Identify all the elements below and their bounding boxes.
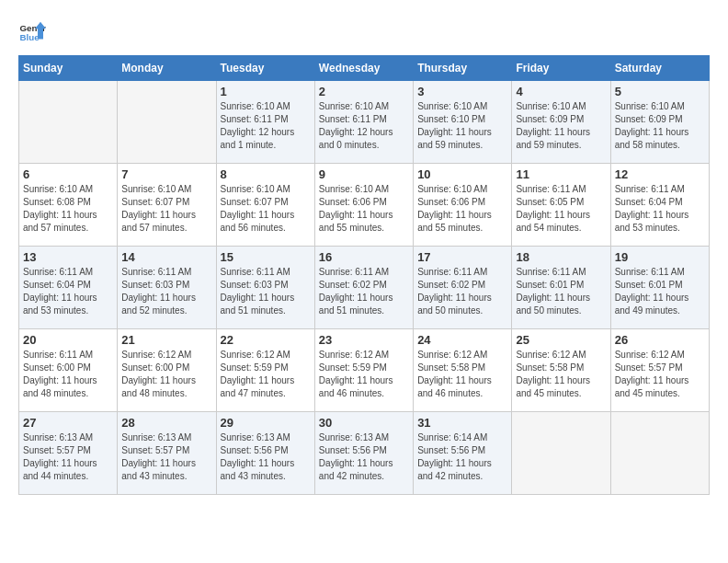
day-detail: Sunrise: 6:11 AM Sunset: 6:01 PM Dayligh… <box>615 266 705 317</box>
day-detail: Sunrise: 6:12 AM Sunset: 5:58 PM Dayligh… <box>417 349 507 400</box>
header-day-saturday: Saturday <box>610 56 709 81</box>
day-detail: Sunrise: 6:11 AM Sunset: 6:03 PM Dayligh… <box>221 266 311 317</box>
day-number: 10 <box>417 167 507 181</box>
day-detail: Sunrise: 6:11 AM Sunset: 6:02 PM Dayligh… <box>417 266 507 317</box>
day-detail: Sunrise: 6:11 AM Sunset: 6:00 PM Dayligh… <box>23 349 113 400</box>
day-detail: Sunrise: 6:11 AM Sunset: 6:04 PM Dayligh… <box>23 266 113 317</box>
calendar-cell: 10Sunrise: 6:10 AM Sunset: 6:06 PM Dayli… <box>414 164 512 247</box>
day-detail: Sunrise: 6:10 AM Sunset: 6:10 PM Dayligh… <box>417 100 507 152</box>
calendar-cell: 12Sunrise: 6:11 AM Sunset: 6:04 PM Dayli… <box>610 164 709 247</box>
calendar-cell <box>512 412 610 495</box>
day-number: 2 <box>319 85 409 98</box>
day-detail: Sunrise: 6:12 AM Sunset: 5:59 PM Dayligh… <box>319 349 409 400</box>
calendar-cell: 25Sunrise: 6:12 AM Sunset: 5:58 PM Dayli… <box>512 329 610 412</box>
day-detail: Sunrise: 6:10 AM Sunset: 6:11 PM Dayligh… <box>221 100 311 152</box>
header-row: SundayMondayTuesdayWednesdayThursdayFrid… <box>19 56 710 81</box>
day-number: 12 <box>615 167 705 181</box>
day-number: 9 <box>319 167 409 181</box>
day-detail: Sunrise: 6:11 AM Sunset: 6:03 PM Dayligh… <box>121 266 211 317</box>
day-detail: Sunrise: 6:13 AM Sunset: 5:57 PM Dayligh… <box>23 431 113 483</box>
day-number: 14 <box>121 250 211 264</box>
day-number: 27 <box>23 416 113 430</box>
day-detail: Sunrise: 6:12 AM Sunset: 5:58 PM Dayligh… <box>516 349 606 400</box>
page-header: General Blue <box>18 18 710 46</box>
day-detail: Sunrise: 6:13 AM Sunset: 5:57 PM Dayligh… <box>121 431 211 483</box>
day-detail: Sunrise: 6:11 AM Sunset: 6:04 PM Dayligh… <box>615 183 705 235</box>
svg-text:Blue: Blue <box>20 32 40 42</box>
calendar-cell: 15Sunrise: 6:11 AM Sunset: 6:03 PM Dayli… <box>216 247 314 329</box>
calendar-table: SundayMondayTuesdayWednesdayThursdayFrid… <box>18 55 710 495</box>
header-day-sunday: Sunday <box>19 56 118 81</box>
day-detail: Sunrise: 6:10 AM Sunset: 6:07 PM Dayligh… <box>221 183 311 235</box>
logo: General Blue <box>18 18 46 46</box>
day-number: 4 <box>516 85 606 98</box>
day-number: 22 <box>221 333 311 347</box>
day-number: 13 <box>23 250 113 264</box>
calendar-cell: 2Sunrise: 6:10 AM Sunset: 6:11 PM Daylig… <box>314 81 413 164</box>
day-number: 28 <box>121 416 211 430</box>
calendar-cell: 13Sunrise: 6:11 AM Sunset: 6:04 PM Dayli… <box>19 247 118 329</box>
calendar-cell: 16Sunrise: 6:11 AM Sunset: 6:02 PM Dayli… <box>314 247 413 329</box>
day-number: 31 <box>417 416 507 430</box>
day-number: 18 <box>516 250 606 264</box>
calendar-cell: 27Sunrise: 6:13 AM Sunset: 5:57 PM Dayli… <box>19 412 118 495</box>
day-number: 17 <box>417 250 507 264</box>
day-detail: Sunrise: 6:12 AM Sunset: 5:57 PM Dayligh… <box>615 349 705 400</box>
day-detail: Sunrise: 6:10 AM Sunset: 6:06 PM Dayligh… <box>319 183 409 235</box>
calendar-cell: 30Sunrise: 6:13 AM Sunset: 5:56 PM Dayli… <box>314 412 413 495</box>
day-number: 21 <box>121 333 211 347</box>
day-detail: Sunrise: 6:13 AM Sunset: 5:56 PM Dayligh… <box>319 431 409 483</box>
day-number: 23 <box>319 333 409 347</box>
day-detail: Sunrise: 6:14 AM Sunset: 5:56 PM Dayligh… <box>417 431 507 483</box>
calendar-cell: 4Sunrise: 6:10 AM Sunset: 6:09 PM Daylig… <box>512 81 610 164</box>
week-row-2: 6Sunrise: 6:10 AM Sunset: 6:08 PM Daylig… <box>19 164 710 247</box>
day-detail: Sunrise: 6:12 AM Sunset: 6:00 PM Dayligh… <box>121 349 211 400</box>
day-detail: Sunrise: 6:10 AM Sunset: 6:07 PM Dayligh… <box>121 183 211 235</box>
day-number: 15 <box>221 250 311 264</box>
calendar-cell: 29Sunrise: 6:13 AM Sunset: 5:56 PM Dayli… <box>216 412 314 495</box>
day-number: 26 <box>615 333 705 347</box>
header-day-friday: Friday <box>512 56 610 81</box>
week-row-4: 20Sunrise: 6:11 AM Sunset: 6:00 PM Dayli… <box>19 329 710 412</box>
day-number: 8 <box>221 167 311 181</box>
calendar-cell: 21Sunrise: 6:12 AM Sunset: 6:00 PM Dayli… <box>118 329 216 412</box>
header-day-monday: Monday <box>118 56 216 81</box>
day-detail: Sunrise: 6:10 AM Sunset: 6:09 PM Dayligh… <box>615 100 705 152</box>
day-number: 25 <box>516 333 606 347</box>
day-number: 1 <box>221 85 311 98</box>
day-detail: Sunrise: 6:10 AM Sunset: 6:08 PM Dayligh… <box>23 183 113 235</box>
calendar-cell <box>118 81 216 164</box>
calendar-cell: 17Sunrise: 6:11 AM Sunset: 6:02 PM Dayli… <box>414 247 512 329</box>
calendar-cell: 9Sunrise: 6:10 AM Sunset: 6:06 PM Daylig… <box>314 164 413 247</box>
day-detail: Sunrise: 6:12 AM Sunset: 5:59 PM Dayligh… <box>221 349 311 400</box>
calendar-cell: 24Sunrise: 6:12 AM Sunset: 5:58 PM Dayli… <box>414 329 512 412</box>
day-detail: Sunrise: 6:10 AM Sunset: 6:06 PM Dayligh… <box>417 183 507 235</box>
calendar-cell: 6Sunrise: 6:10 AM Sunset: 6:08 PM Daylig… <box>19 164 118 247</box>
header-day-wednesday: Wednesday <box>314 56 413 81</box>
day-detail: Sunrise: 6:11 AM Sunset: 6:01 PM Dayligh… <box>516 266 606 317</box>
day-number: 3 <box>417 85 507 98</box>
day-number: 29 <box>221 416 311 430</box>
logo-icon: General Blue <box>18 18 46 46</box>
calendar-cell: 7Sunrise: 6:10 AM Sunset: 6:07 PM Daylig… <box>118 164 216 247</box>
day-number: 7 <box>121 167 211 181</box>
calendar-cell: 11Sunrise: 6:11 AM Sunset: 6:05 PM Dayli… <box>512 164 610 247</box>
day-detail: Sunrise: 6:10 AM Sunset: 6:11 PM Dayligh… <box>319 100 409 152</box>
week-row-5: 27Sunrise: 6:13 AM Sunset: 5:57 PM Dayli… <box>19 412 710 495</box>
calendar-cell: 3Sunrise: 6:10 AM Sunset: 6:10 PM Daylig… <box>414 81 512 164</box>
day-number: 11 <box>516 167 606 181</box>
calendar-cell: 19Sunrise: 6:11 AM Sunset: 6:01 PM Dayli… <box>610 247 709 329</box>
calendar-cell: 22Sunrise: 6:12 AM Sunset: 5:59 PM Dayli… <box>216 329 314 412</box>
week-row-3: 13Sunrise: 6:11 AM Sunset: 6:04 PM Dayli… <box>19 247 710 329</box>
calendar-cell: 18Sunrise: 6:11 AM Sunset: 6:01 PM Dayli… <box>512 247 610 329</box>
calendar-cell: 14Sunrise: 6:11 AM Sunset: 6:03 PM Dayli… <box>118 247 216 329</box>
calendar-cell: 28Sunrise: 6:13 AM Sunset: 5:57 PM Dayli… <box>118 412 216 495</box>
header-day-thursday: Thursday <box>414 56 512 81</box>
day-number: 6 <box>23 167 113 181</box>
calendar-cell: 31Sunrise: 6:14 AM Sunset: 5:56 PM Dayli… <box>414 412 512 495</box>
day-number: 5 <box>615 85 705 98</box>
day-number: 19 <box>615 250 705 264</box>
day-number: 20 <box>23 333 113 347</box>
calendar-cell <box>19 81 118 164</box>
calendar-cell: 5Sunrise: 6:10 AM Sunset: 6:09 PM Daylig… <box>610 81 709 164</box>
